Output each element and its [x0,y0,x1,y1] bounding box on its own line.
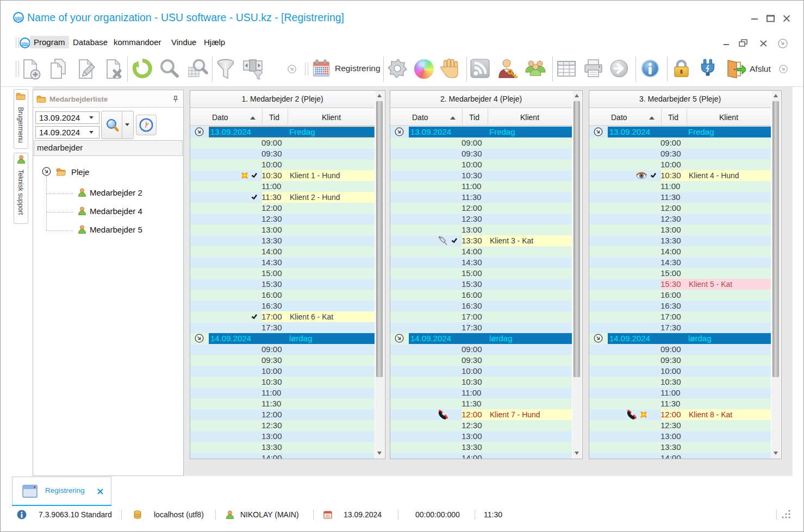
svg-text:31: 31 [326,514,331,518]
svg-text:usu: usu [22,41,29,46]
svg-text:usu: usu [15,15,22,20]
